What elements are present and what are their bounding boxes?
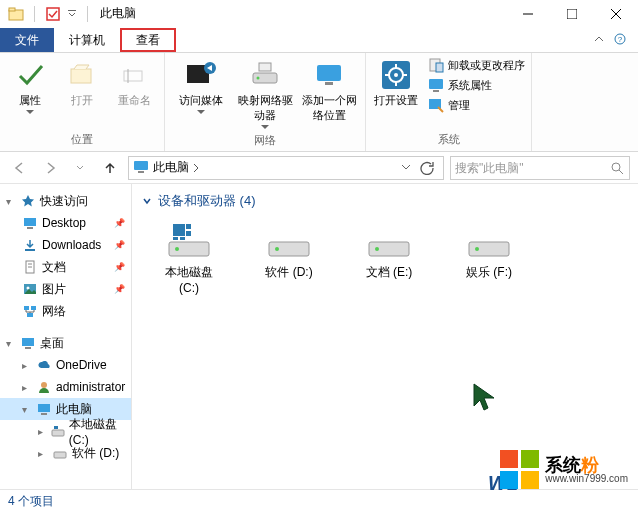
label: 设备和驱动器 (4) [158, 192, 256, 210]
svg-rect-45 [31, 306, 36, 310]
group-label: 网络 [171, 131, 359, 150]
rename-button: 重命名 [110, 57, 158, 110]
system-properties-link[interactable]: 系统属性 [428, 77, 525, 93]
sidebar-item-onedrive[interactable]: ▸OneDrive [0, 354, 131, 376]
sidebar-item-network[interactable]: 网络 [0, 300, 131, 322]
drive-item[interactable]: 软件 (D:) [254, 220, 324, 295]
expand-icon[interactable]: ▸ [22, 360, 32, 371]
properties-icon[interactable] [45, 6, 61, 22]
sidebar-item-drive-d[interactable]: ▸软件 (D:) [0, 442, 131, 464]
brand-accent: 粉 [581, 455, 599, 475]
chevron-up-icon[interactable] [594, 33, 604, 47]
up-button[interactable] [98, 156, 122, 180]
search-icon[interactable] [609, 161, 625, 175]
drives-grid: 本地磁盘 (C:) 软件 (D:) 文档 (E:) 娱乐 (F:) [142, 220, 628, 295]
star-icon [20, 193, 36, 209]
status-text: 4 个项目 [8, 493, 54, 510]
open-settings-button[interactable]: 打开设置 [372, 57, 420, 110]
svg-rect-46 [27, 313, 33, 317]
expand-icon[interactable]: ▸ [38, 448, 48, 459]
drive-icon [265, 220, 313, 260]
tab-view[interactable]: 查看 [120, 28, 176, 52]
sidebar-item-documents[interactable]: 文档📌 [0, 256, 131, 278]
collapse-icon[interactable]: ▾ [6, 196, 16, 207]
svg-line-6 [611, 9, 621, 19]
cloud-icon [36, 357, 52, 373]
tab-computer[interactable]: 计算机 [54, 28, 120, 52]
svg-line-35 [619, 170, 623, 174]
svg-rect-47 [22, 338, 34, 346]
address-dropdown-icon[interactable] [401, 161, 411, 175]
ribbon-group-network: 访问媒体 映射网络驱动器 添加一个网络位置 网络 [165, 53, 366, 151]
checkmark-icon [14, 59, 46, 91]
qat-dropdown-icon[interactable] [67, 9, 77, 19]
chevron-down-icon [261, 125, 269, 129]
label: 桌面 [40, 335, 64, 352]
label: 快速访问 [40, 193, 88, 210]
expand-icon[interactable]: ▸ [22, 382, 32, 393]
drive-icon [51, 423, 65, 439]
download-icon [22, 237, 38, 253]
close-button[interactable] [594, 0, 638, 28]
refresh-button[interactable] [415, 161, 439, 175]
label: 重命名 [118, 93, 151, 108]
tab-file[interactable]: 文件 [0, 28, 54, 52]
maximize-button[interactable] [550, 0, 594, 28]
map-drive-button[interactable]: 映射网络驱动器 [235, 57, 295, 131]
rename-icon [118, 59, 150, 91]
sidebar-item-downloads[interactable]: Downloads📌 [0, 234, 131, 256]
open-button: 打开 [58, 57, 106, 110]
help-icon[interactable]: ? [614, 33, 626, 48]
svg-point-67 [475, 247, 479, 251]
picture-icon [22, 281, 38, 297]
drive-item[interactable]: 本地磁盘 (C:) [154, 220, 224, 295]
sidebar-item-pictures[interactable]: 图片📌 [0, 278, 131, 300]
svg-rect-19 [325, 82, 333, 85]
svg-rect-51 [41, 413, 47, 415]
svg-rect-54 [54, 452, 66, 458]
forward-button[interactable] [38, 156, 62, 180]
uninstall-icon [428, 57, 444, 73]
svg-rect-5 [567, 9, 577, 19]
chevron-right-icon [193, 163, 199, 173]
uninstall-link[interactable]: 卸载或更改程序 [428, 57, 525, 73]
search-box[interactable] [450, 156, 630, 180]
tiles-icon [500, 450, 539, 489]
separator-icon [34, 6, 35, 22]
sidebar-item-desktop[interactable]: Desktop📌 [0, 212, 131, 234]
access-media-button[interactable]: 访问媒体 [171, 57, 231, 116]
address-bar[interactable]: 此电脑 [128, 156, 444, 180]
collapse-icon[interactable] [142, 194, 152, 209]
svg-line-7 [611, 9, 621, 19]
svg-rect-1 [9, 8, 15, 11]
recent-dropdown-icon[interactable] [68, 156, 92, 180]
breadcrumb-segment[interactable]: 此电脑 [153, 159, 199, 176]
properties-button[interactable]: 属性 [6, 57, 54, 116]
sidebar-item-desktop-cn[interactable]: ▾ 桌面 [0, 332, 131, 354]
expand-icon[interactable]: ▸ [38, 426, 47, 437]
collapse-icon[interactable]: ▾ [22, 404, 32, 415]
drive-item[interactable]: 文档 (E:) [354, 220, 424, 295]
svg-rect-58 [186, 224, 191, 229]
sidebar-item-quick-access[interactable]: ▾ 快速访问 [0, 190, 131, 212]
manage-link[interactable]: 管理 [428, 97, 525, 113]
sidebar-item-drive-c[interactable]: ▸本地磁盘 (C:) [0, 420, 131, 442]
ribbon-group-location: 属性 打开 重命名 位置 [0, 53, 165, 151]
back-button[interactable] [8, 156, 32, 180]
ribbon-group-system: 打开设置 卸载或更改程序 系统属性 管理 系统 [366, 53, 532, 151]
search-input[interactable] [455, 161, 609, 175]
user-icon [36, 379, 52, 395]
minimize-button[interactable] [506, 0, 550, 28]
svg-rect-10 [71, 69, 91, 83]
pin-icon: 📌 [114, 262, 125, 272]
content-pane[interactable]: 设备和驱动器 (4) 本地磁盘 (C:) 软件 (D:) 文档 (E:) 娱乐 … [132, 184, 638, 489]
collapse-icon[interactable]: ▾ [6, 338, 16, 349]
drive-item[interactable]: 娱乐 (F:) [454, 220, 524, 295]
group-header-drives[interactable]: 设备和驱动器 (4) [142, 192, 628, 210]
label: 映射网络驱动器 [237, 93, 293, 123]
window-controls [506, 0, 638, 28]
sidebar-item-user[interactable]: ▸administrator [0, 376, 131, 398]
add-location-button[interactable]: 添加一个网络位置 [299, 57, 359, 125]
svg-rect-53 [54, 426, 58, 429]
drive-icon [465, 220, 513, 260]
